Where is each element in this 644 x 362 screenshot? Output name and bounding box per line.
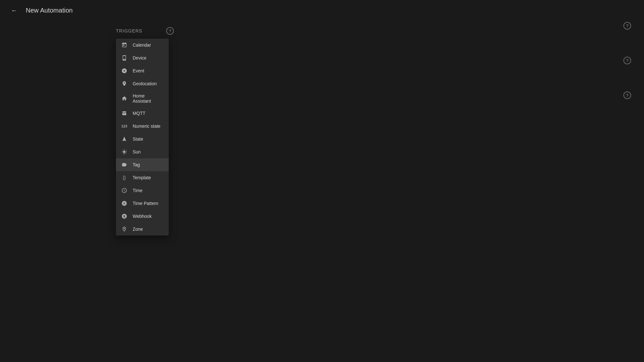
menu-item-sun-label: Sun <box>133 149 141 154</box>
menu-item-sun[interactable]: Sun <box>116 145 169 158</box>
menu-item-calendar[interactable]: Calendar <box>116 39 169 51</box>
sun-icon <box>121 149 128 155</box>
home-assistant-icon <box>121 95 128 102</box>
menu-item-time[interactable]: Time <box>116 184 169 197</box>
menu-item-geolocation-label: Geolocation <box>133 81 157 86</box>
menu-item-tag-label: Tag <box>133 162 140 167</box>
menu-item-template-label: Template <box>133 175 151 180</box>
triggers-help-icon[interactable]: ? <box>166 27 174 35</box>
menu-item-time-pattern[interactable]: Time Pattern <box>116 197 169 210</box>
menu-item-device[interactable]: Device <box>116 51 169 64</box>
side-help-icon-2[interactable]: ? <box>623 57 631 64</box>
device-icon <box>121 55 128 61</box>
menu-item-event[interactable]: Event <box>116 64 169 77</box>
tag-icon <box>121 162 128 168</box>
menu-item-zone-label: Zone <box>133 227 143 232</box>
geolocation-icon <box>121 80 128 87</box>
time-pattern-icon <box>121 200 128 207</box>
triggers-section: Triggers ? Calendar Device <box>116 27 174 236</box>
page-title: New Automation <box>26 7 73 14</box>
calendar-icon <box>121 42 128 48</box>
main-content: Triggers ? Calendar Device <box>0 21 644 236</box>
menu-item-webhook[interactable]: Webhook <box>116 210 169 223</box>
webhook-icon <box>121 213 128 219</box>
menu-item-time-label: Time <box>133 188 143 193</box>
menu-item-numeric-state[interactable]: 123 Numeric state <box>116 120 169 133</box>
menu-item-geolocation[interactable]: Geolocation <box>116 77 169 90</box>
time-icon <box>121 187 128 194</box>
zone-icon <box>121 226 128 232</box>
state-icon <box>121 136 128 142</box>
back-arrow-icon: ← <box>11 7 17 14</box>
menu-item-mqtt-label: MQTT <box>133 111 146 116</box>
menu-item-calendar-label: Calendar <box>133 42 151 48</box>
header: ← New Automation <box>0 0 644 21</box>
side-help-icon-3[interactable]: ? <box>623 91 631 99</box>
trigger-dropdown-menu: Calendar Device Event <box>116 39 169 236</box>
menu-item-state[interactable]: State <box>116 133 169 145</box>
menu-item-event-label: Event <box>133 68 144 73</box>
menu-item-template[interactable]: {} Template <box>116 171 169 184</box>
triggers-header: Triggers ? <box>116 27 174 35</box>
menu-item-zone[interactable]: Zone <box>116 223 169 236</box>
template-icon: {} <box>121 174 128 181</box>
menu-item-tag[interactable]: Tag <box>116 158 169 171</box>
side-help-icons: ? ? ? <box>623 22 631 99</box>
back-button[interactable]: ← <box>8 4 21 17</box>
menu-item-home-assistant-label: Home Assistant <box>133 93 164 104</box>
menu-item-time-pattern-label: Time Pattern <box>133 201 158 206</box>
event-icon <box>121 68 128 74</box>
menu-item-webhook-label: Webhook <box>133 214 152 219</box>
side-help-icon-1[interactable]: ? <box>623 22 631 30</box>
triggers-label: Triggers <box>116 28 142 33</box>
menu-item-numeric-state-label: Numeric state <box>133 124 160 129</box>
menu-item-state-label: State <box>133 136 143 142</box>
menu-item-home-assistant[interactable]: Home Assistant <box>116 90 169 107</box>
numeric-state-icon: 123 <box>121 123 128 129</box>
menu-item-device-label: Device <box>133 55 147 60</box>
mqtt-icon <box>121 110 128 116</box>
menu-item-mqtt[interactable]: MQTT <box>116 107 169 120</box>
